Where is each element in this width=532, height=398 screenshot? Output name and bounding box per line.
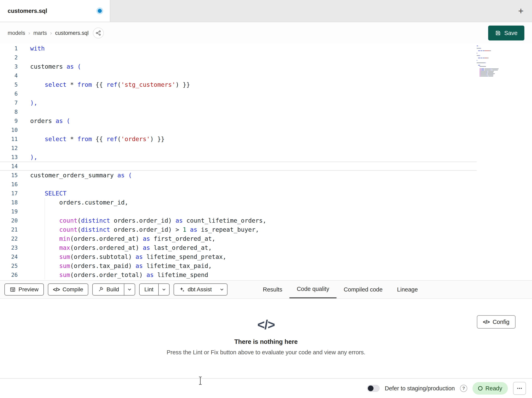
- save-button[interactable]: Save: [488, 26, 524, 40]
- lint-dropdown[interactable]: [158, 284, 169, 295]
- defer-toggle[interactable]: [367, 385, 380, 392]
- line-content: [18, 71, 30, 80]
- build-button[interactable]: Build: [92, 283, 135, 295]
- save-button-label: Save: [504, 30, 518, 36]
- breadcrumb-item-models[interactable]: models: [8, 30, 25, 36]
- code-token: as: [175, 217, 183, 224]
- minimap-line: [477, 62, 507, 63]
- compile-button[interactable]: </>Compile: [48, 283, 89, 295]
- code-line-3[interactable]: 3customers as (: [0, 62, 477, 71]
- line-number: 23: [0, 243, 18, 252]
- code-line-10[interactable]: 10: [0, 125, 477, 135]
- breadcrumb-item-marts[interactable]: marts: [33, 30, 47, 36]
- code-line-17[interactable]: 17 SELECT: [0, 189, 477, 198]
- tab-lineage[interactable]: Lineage: [390, 281, 425, 298]
- code-token: select: [45, 81, 66, 88]
- code-line-23[interactable]: 23 max(orders.ordered_at) as last_ordere…: [0, 243, 477, 252]
- lineage-button[interactable]: [93, 28, 104, 39]
- dbt-assist-dropdown[interactable]: [217, 284, 227, 295]
- preview-button[interactable]: Preview: [4, 283, 44, 295]
- breadcrumb-separator: ›: [50, 30, 52, 36]
- minimap-line: [477, 46, 507, 46]
- code-line-18[interactable]: 18 orders.customer_id,: [0, 198, 477, 207]
- code-token: SELECT: [45, 190, 66, 197]
- code-token: as: [146, 271, 154, 278]
- line-number: 26: [0, 270, 18, 280]
- help-icon[interactable]: ?: [460, 385, 467, 392]
- code-line-2[interactable]: 2: [0, 53, 477, 62]
- code-line-13[interactable]: 13),: [0, 153, 477, 162]
- code-line-1[interactable]: 1with: [0, 44, 477, 53]
- new-tab-button[interactable]: +: [518, 6, 524, 15]
- line-number: 13: [0, 153, 18, 162]
- code-line-14[interactable]: 14: [0, 162, 477, 171]
- code-token: as: [136, 262, 143, 269]
- code-line-21[interactable]: 21 count(distinct orders.order_id) > 1 a…: [0, 225, 477, 234]
- code-token: sum: [59, 262, 70, 269]
- line-number: 22: [0, 234, 18, 243]
- code-token: 1: [183, 226, 186, 233]
- build-dropdown[interactable]: [124, 284, 135, 295]
- code-token: distinct: [81, 217, 110, 224]
- minimap-line: [477, 65, 507, 66]
- toggle-knob: [368, 385, 374, 391]
- line-content: [18, 180, 30, 189]
- line-content: customers as (: [18, 62, 81, 71]
- code-line-4[interactable]: 4: [0, 71, 477, 80]
- code-line-12[interactable]: 12: [0, 144, 477, 153]
- line-number: 4: [0, 71, 18, 80]
- code-line-20[interactable]: 20 count(distinct orders.order_id) as co…: [0, 216, 477, 225]
- toolbar-buttons: Preview</>CompileBuildLintdbt Assist: [4, 281, 228, 298]
- breadcrumb-item-customers-sql[interactable]: customers.sql: [55, 30, 89, 36]
- code-line-5[interactable]: 5 select * from {{ ref('stg_customers') …: [0, 80, 477, 89]
- line-content: ),: [18, 153, 38, 162]
- code-line-8[interactable]: 8: [0, 107, 477, 116]
- breadcrumb-separator: ›: [28, 30, 30, 36]
- minimap-line: [477, 49, 507, 50]
- code-line-24[interactable]: 24 sum(orders.subtotal) as lifetime_spen…: [0, 252, 477, 261]
- code-editor[interactable]: 1with23customers as (45 select * from {{…: [0, 44, 532, 280]
- line-number: 16: [0, 180, 18, 189]
- minimap-line: [477, 70, 507, 71]
- line-content: [18, 162, 30, 171]
- lint-button[interactable]: Lint: [139, 283, 170, 295]
- code-line-16[interactable]: 16: [0, 180, 477, 189]
- minimap[interactable]: [477, 46, 507, 77]
- code-token: (orders.ordered_at): [70, 244, 143, 251]
- config-button[interactable]: </> Config: [477, 315, 515, 329]
- code-token: ref: [106, 81, 117, 88]
- line-content: [18, 53, 30, 62]
- code-line-25[interactable]: 25 sum(orders.tax_paid) as lifetime_tax_…: [0, 261, 477, 270]
- code-line-6[interactable]: 6: [0, 89, 477, 98]
- config-button-label: Config: [493, 319, 509, 325]
- code-line-26[interactable]: 26 sum(orders.order_total) as lifetime_s…: [0, 270, 477, 280]
- status-bar-right: Defer to staging/production ? Ready: [367, 382, 526, 395]
- tab-results[interactable]: Results: [256, 281, 290, 298]
- tab-code-quality[interactable]: Code quality: [289, 281, 336, 298]
- code-token: lifetime_tax_paid,: [143, 262, 212, 269]
- line-number: 7: [0, 98, 18, 107]
- dbt-assist-button[interactable]: dbt Assist: [174, 283, 228, 295]
- code-token: sum: [59, 271, 70, 278]
- code-line-9[interactable]: 9orders as (: [0, 116, 477, 125]
- code-line-22[interactable]: 22 min(orders.ordered_at) as first_order…: [0, 234, 477, 243]
- tab-title: customers.sql: [8, 8, 47, 14]
- minimap-line: [477, 64, 507, 65]
- code-line-11[interactable]: 11 select * from {{ ref('orders') }}: [0, 135, 477, 144]
- code-line-7[interactable]: 7),: [0, 98, 477, 107]
- tab-customers-sql[interactable]: customers.sql: [0, 0, 110, 22]
- code-line-19[interactable]: 19: [0, 207, 477, 216]
- code-line-15[interactable]: 15customer_orders_summary as (: [0, 171, 477, 180]
- code-token: is_repeat_buyer,: [197, 226, 259, 233]
- code-icon: </>: [53, 287, 60, 293]
- code-token: with: [30, 45, 45, 52]
- status-badge-ready[interactable]: Ready: [472, 382, 508, 395]
- defer-label: Defer to staging/production: [385, 385, 455, 392]
- tab-compiled-code[interactable]: Compiled code: [336, 281, 390, 298]
- line-content: [18, 89, 30, 98]
- code-token: from: [77, 136, 92, 143]
- more-menu-button[interactable]: [513, 382, 526, 395]
- code-token: select: [45, 136, 66, 143]
- minimap-line: [477, 55, 507, 56]
- line-number: 5: [0, 80, 18, 89]
